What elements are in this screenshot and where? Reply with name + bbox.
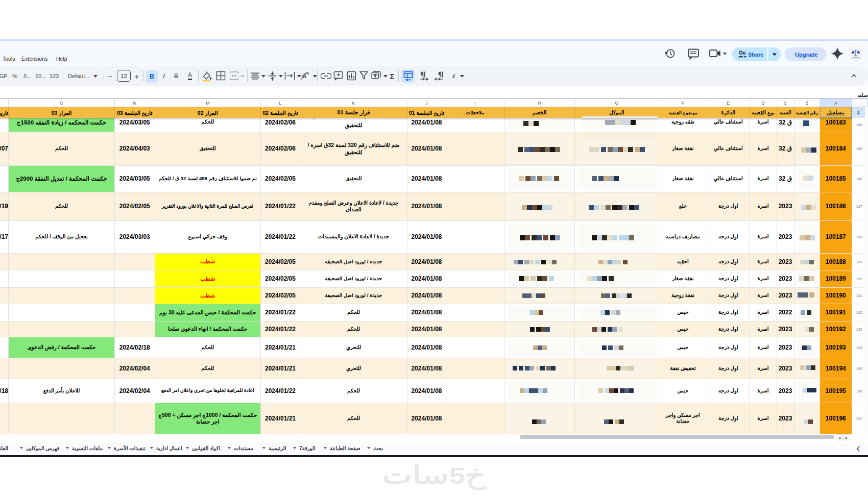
svg-text:Upgrade: Upgrade (795, 52, 818, 58)
svg-text:A: A (303, 73, 306, 79)
svg-text:Share: Share (748, 52, 764, 58)
